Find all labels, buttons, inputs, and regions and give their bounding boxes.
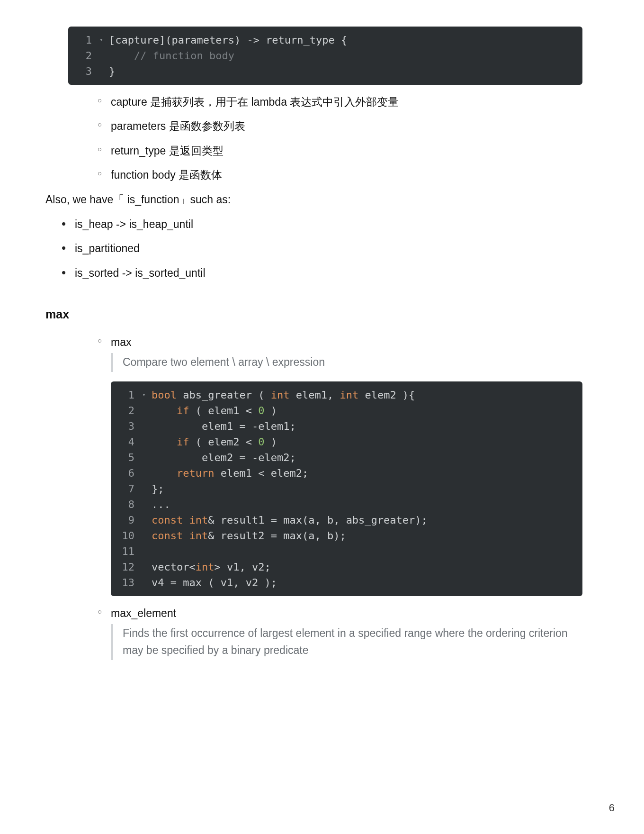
page-number: 6 [609, 802, 615, 814]
code-line: 5 elem2 = -elem2; [111, 450, 582, 465]
code-line: 13v4 = max ( v1, v2 ); [111, 575, 582, 590]
code-line: 11 [111, 544, 582, 559]
code-content: elem2 = -elem2; [149, 450, 582, 465]
code-line: 9const int& result1 = max(a, b, abs_grea… [111, 512, 582, 528]
fold-marker-icon [139, 434, 149, 437]
line-number: 6 [111, 465, 139, 481]
item-label: max [111, 336, 131, 348]
lambda-notes-list: capture 是捕获列表，用于在 lambda 表达式中引入外部变量 para… [111, 94, 582, 183]
fold-marker-icon [139, 512, 149, 515]
line-number: 1 [111, 387, 139, 403]
list-item: capture 是捕获列表，用于在 lambda 表达式中引入外部变量 [111, 94, 582, 110]
list-item: function body 是函数体 [111, 167, 582, 183]
list-item: is_sorted -> is_sorted_until [75, 265, 582, 281]
max-description-quote: Compare two element \ array \ expression [111, 353, 582, 372]
line-number: 8 [111, 497, 139, 512]
is-function-intro: Also, we have「 is_function」such as: [45, 191, 582, 208]
fold-marker-icon: ▾ [97, 32, 106, 45]
fold-marker-icon [97, 48, 106, 51]
code-content: vector<int> v1, v2; [149, 559, 582, 575]
code-line: 8... [111, 497, 582, 512]
line-number: 4 [111, 434, 139, 450]
line-number: 7 [111, 481, 139, 497]
code-content: elem1 = -elem1; [149, 418, 582, 434]
code-content: [capture](parameters) -> return_type { [106, 32, 582, 48]
fold-marker-icon [139, 450, 149, 453]
list-item-max-element: max_element Finds the first occurrence o… [111, 606, 582, 660]
line-number: 2 [68, 48, 97, 63]
line-number: 2 [111, 403, 139, 418]
list-item: is_heap -> is_heap_until [75, 217, 582, 232]
code-content: ... [149, 497, 582, 512]
line-number: 11 [111, 544, 139, 559]
code-line: 6 return elem1 < elem2; [111, 465, 582, 481]
code-content: const int& result2 = max(a, b); [149, 528, 582, 544]
code-block-lambda-syntax: 1▾[capture](parameters) -> return_type {… [68, 27, 582, 85]
fold-marker-icon [139, 559, 149, 562]
item-label: max_element [111, 607, 176, 619]
code-content: if ( elem1 < 0 ) [149, 403, 582, 418]
line-number: 5 [111, 450, 139, 465]
line-number: 10 [111, 528, 139, 544]
is-function-list: is_heap -> is_heap_until is_partitioned … [75, 217, 582, 281]
document-page: 1▾[capture](parameters) -> return_type {… [0, 0, 644, 834]
code-content: const int& result1 = max(a, b, abs_great… [149, 512, 582, 528]
code-line: 10const int& result2 = max(a, b); [111, 528, 582, 544]
fold-marker-icon [97, 63, 106, 66]
code-content: if ( elem2 < 0 ) [149, 434, 582, 450]
code-line: 2 // function body [68, 48, 582, 63]
section-heading-max: max [45, 308, 582, 321]
line-number: 1 [68, 32, 97, 48]
code-content: bool abs_greater ( int elem1, int elem2 … [149, 387, 582, 403]
line-number: 13 [111, 575, 139, 590]
code-content: } [106, 63, 582, 79]
fold-marker-icon [139, 497, 149, 499]
fold-marker-icon [139, 575, 149, 578]
fold-marker-icon [139, 403, 149, 406]
code-content: return elem1 < elem2; [149, 465, 582, 481]
quote-text: Compare two element \ array \ expression [123, 356, 325, 368]
list-item: is_partitioned [75, 241, 582, 256]
code-line: 3 elem1 = -elem1; [111, 418, 582, 434]
code-line: 3} [68, 63, 582, 79]
fold-marker-icon: ▾ [139, 387, 149, 399]
fold-marker-icon [139, 465, 149, 468]
fold-marker-icon [139, 528, 149, 531]
quote-text: Finds the first occurrence of largest el… [123, 627, 568, 656]
code-block-abs-greater: 1▾bool abs_greater ( int elem1, int elem… [111, 381, 582, 596]
fold-marker-icon [139, 544, 149, 546]
code-line: 4 if ( elem2 < 0 ) [111, 434, 582, 450]
code-line: 1▾[capture](parameters) -> return_type { [68, 32, 582, 48]
line-number: 3 [68, 63, 97, 79]
list-item-max: max Compare two element \ array \ expres… [111, 335, 582, 596]
code-line: 7}; [111, 481, 582, 497]
code-content: v4 = max ( v1, v2 ); [149, 575, 582, 590]
code-line: 12vector<int> v1, v2; [111, 559, 582, 575]
list-item: parameters 是函数参数列表 [111, 118, 582, 134]
code-content: }; [149, 481, 582, 497]
code-line: 2 if ( elem1 < 0 ) [111, 403, 582, 418]
max-element-description-quote: Finds the first occurrence of largest el… [111, 624, 582, 660]
code-content: // function body [106, 48, 582, 63]
fold-marker-icon [139, 481, 149, 484]
line-number: 3 [111, 418, 139, 434]
code-line: 1▾bool abs_greater ( int elem1, int elem… [111, 387, 582, 403]
max-items-list: max Compare two element \ array \ expres… [111, 335, 582, 660]
line-number: 12 [111, 559, 139, 575]
line-number: 9 [111, 512, 139, 528]
list-item: return_type 是返回类型 [111, 143, 582, 159]
fold-marker-icon [139, 418, 149, 421]
